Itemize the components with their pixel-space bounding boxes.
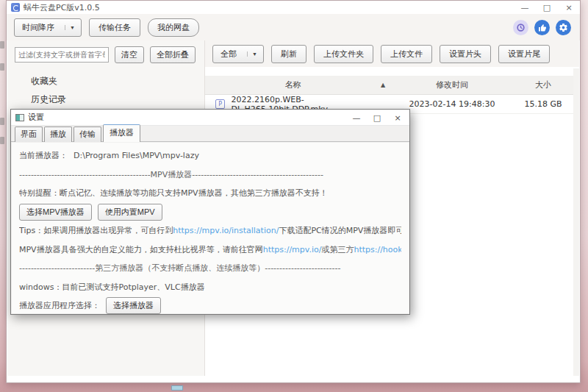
dialog-titlebar: 设置 — □ ×	[11, 110, 409, 126]
set-outro-button[interactable]: 设置片尾	[498, 45, 550, 63]
current-player-path: D:\Program Files\MPV\mpv-lazy	[74, 151, 199, 160]
thirdparty-section-divider: --------------------------第三方播放器（不支持断点播放…	[19, 263, 340, 274]
desktop-icon-fragment	[0, 63, 4, 71]
upload-file-button[interactable]: 上传文件	[381, 45, 432, 63]
dialog-maximize-button[interactable]: □	[367, 110, 387, 126]
top-toolbar: 时间降序 ▼ 传输任务 我的网盘	[7, 14, 580, 40]
mpv-official-link[interactable]: https://mpv.io/	[263, 245, 322, 254]
app-title: 蜗牛云盘PC版v1.0.5	[24, 2, 100, 13]
thumbs-up-icon[interactable]	[534, 20, 550, 35]
file-type-value: 全部	[220, 49, 237, 60]
column-header-name[interactable]: 名称	[205, 79, 381, 90]
current-player-label: 当前播放器：	[19, 150, 68, 161]
file-modified-time: 2023-02-14 19:48:30	[397, 99, 507, 109]
choose-mpv-player-button[interactable]: 选择MPV播放器	[19, 204, 92, 221]
app-titlebar: 蜗牛云盘PC版v1.0.5 — □ ×	[7, 1, 580, 14]
close-button[interactable]: ×	[558, 1, 580, 14]
tree-item-label: 历史记录	[31, 94, 66, 104]
transfer-tasks-button[interactable]: 传输任务	[89, 18, 140, 37]
dialog-window-icon	[15, 114, 24, 121]
mpv-reminder-text: 特别提醒：断点记忆、连续播放等功能只支持MPV播放器，其他第三方播放器不支持！	[19, 188, 328, 199]
settings-gear-icon[interactable]	[556, 20, 571, 35]
chevron-down-icon: ▼	[247, 51, 257, 57]
tree-item-favorites[interactable]: 收藏夹	[15, 72, 204, 90]
my-disk-button[interactable]: 我的网盘	[148, 18, 199, 37]
player-select-label: 播放器应用程序选择：	[19, 300, 100, 311]
refresh-button[interactable]: 刷新	[271, 45, 306, 63]
dialog-title: 设置	[28, 112, 44, 123]
sort-ascending-icon[interactable]: ▲	[381, 82, 397, 88]
file-size: 15.18 GB	[507, 99, 579, 109]
tips-text-suffix: 下载适配PC情况的MPV播放器即可。	[279, 225, 401, 236]
video-file-icon: P	[215, 99, 225, 109]
tree-item-history[interactable]: 历史记录	[15, 90, 204, 109]
dialog-close-button[interactable]: ×	[387, 110, 408, 126]
filter-input[interactable]	[15, 47, 109, 63]
player-settings-panel: 当前播放器： D:\Program Files\MPV\mpv-lazy ---…	[12, 143, 409, 313]
column-header-modified[interactable]: 修改时间	[397, 79, 507, 90]
table-header[interactable]: 名称 ▲ 修改时间 大小	[205, 76, 579, 95]
mpv-info-text: MPV播放器具备强大的自定义能力，如支持杜比视界等，请前往官网	[19, 244, 263, 255]
mpv-info-mid: 或第三方	[321, 244, 354, 255]
use-builtin-mpv-button[interactable]: 使用内置MPV	[98, 204, 162, 221]
tab-interface[interactable]: 界面	[15, 126, 43, 142]
tab-player[interactable]: 播放器	[103, 124, 140, 142]
taskbar-fragment	[171, 385, 183, 391]
maximize-button[interactable]: □	[536, 1, 558, 14]
upload-folder-button[interactable]: 上传文件夹	[314, 45, 373, 63]
desktop-icon-fragment	[0, 41, 4, 49]
history-icon[interactable]	[513, 20, 528, 35]
tree-item-label: 收藏夹	[31, 76, 57, 86]
desktop-icon-fragment	[0, 118, 4, 125]
tab-transfer[interactable]: 传输	[74, 126, 101, 142]
windows-support-note: windows：目前已测试支持Potplayer、VLC播放器	[19, 282, 205, 293]
app-logo-icon	[11, 3, 20, 12]
settings-dialog: 设置 — □ × 界面 播放 传输 播放器 当前播放器： D:\Program …	[10, 109, 410, 315]
chevron-down-icon: ▼	[65, 25, 75, 30]
set-intro-button[interactable]: 设置片头	[440, 45, 491, 63]
sort-order-dropdown[interactable]: 时间降序 ▼	[14, 18, 82, 37]
column-header-size[interactable]: 大小	[507, 79, 579, 90]
file-type-dropdown[interactable]: 全部 ▼	[212, 45, 264, 63]
desktop-icon-fragment	[0, 137, 4, 144]
clear-filter-button[interactable]: 清空	[115, 46, 144, 63]
tab-playback[interactable]: 播放	[44, 126, 72, 142]
minimize-button[interactable]: —	[514, 1, 536, 14]
settings-tabbar: 界面 播放 传输 播放器	[11, 126, 409, 142]
file-browser-toolbar: 全部 ▼ 刷新 上传文件夹 上传文件 设置片头 设置片尾	[205, 40, 579, 67]
collapse-all-button[interactable]: 全部折叠	[150, 46, 196, 63]
mpv-section-divider: ----------------------------------------…	[19, 169, 323, 180]
sort-order-value: 时间降序	[22, 22, 54, 33]
dialog-minimize-button[interactable]: —	[346, 110, 367, 126]
vertical-scrollbar[interactable]	[573, 68, 579, 376]
tips-text: Tips：如果调用播放器出现异常，可自行到	[19, 225, 173, 236]
mpv-installation-link[interactable]: https://mpv.io/installation/	[173, 226, 279, 235]
mpv-thirdparty-link[interactable]: https://hooke007.github.io/	[354, 245, 401, 254]
choose-player-button[interactable]: 选择播放器	[106, 297, 161, 314]
